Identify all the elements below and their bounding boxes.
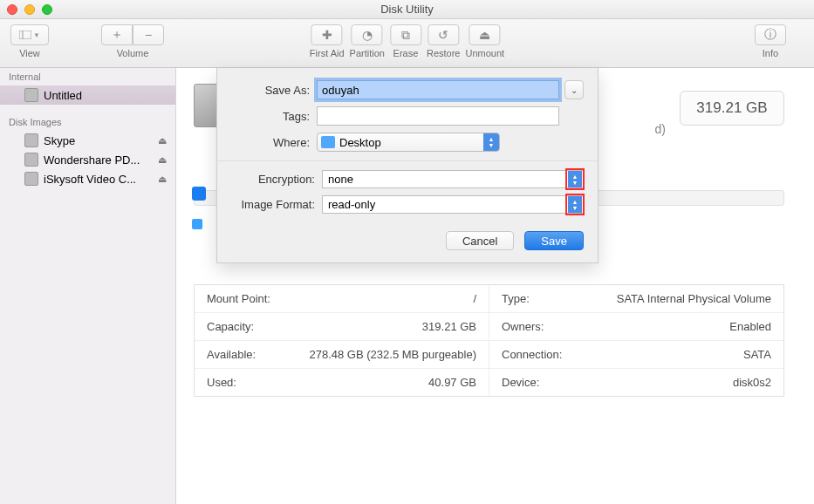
folder-icon [321,136,335,148]
info-row: Device:disk0s2 [489,369,783,396]
sidebar-item-label: Untitled [44,89,82,102]
eject-icon[interactable]: ⏏ [158,174,167,185]
saveas-label: Save As: [231,84,310,97]
legend-swatch-2 [192,219,202,229]
saveas-input[interactable] [317,80,559,99]
updown-icon: ▲▼ [483,133,499,151]
view-label: View [19,48,40,58]
sidebar-item-wondershare[interactable]: Wondershare PD... ⏏ [0,150,175,169]
legend-swatch-1 [192,187,206,201]
erase-icon: ⧉ [401,28,410,43]
dmg-icon [24,153,38,167]
erase-button[interactable]: ⧉ [390,24,421,45]
info-row: Owners:Enabled [489,313,783,341]
sidebar-item-label: Skype [44,134,75,147]
info-row: Connection:SATA [489,341,783,369]
encryption-label: Encryption: [231,173,315,186]
capacity-value: 319.21 GB [696,99,767,117]
sidebar-item-untitled[interactable]: Untitled [0,85,175,105]
expand-button[interactable]: ⌄ [564,80,584,99]
where-select[interactable]: Desktop ▲▼ [317,133,500,152]
sidebar-item-iskysoft[interactable]: iSkysoft Video C... ⏏ [0,169,175,188]
save-button[interactable]: Save [524,231,584,250]
where-value: Desktop [339,136,381,149]
sidebar-item-label: iSkysoft Video C... [44,173,136,186]
view-button[interactable]: ▼ [10,24,49,45]
info-button[interactable]: ⓘ [755,24,786,45]
sidebar: Internal Untitled Disk Images Skype ⏏ Wo… [0,68,176,504]
dmg-icon [24,133,38,147]
info-label: Info [763,48,778,58]
info-row: Available:278.48 GB (232.5 MB purgeable) [195,341,489,369]
firstaid-label: First Aid [310,48,345,58]
minus-icon: − [145,28,152,42]
dmg-icon [24,172,38,186]
eject-icon[interactable]: ⏏ [158,135,167,146]
tags-label: Tags: [231,110,310,123]
capacity-pill: 319.21 GB [680,91,784,126]
format-select[interactable]: read-only ▲▼ [322,195,584,214]
subtitle-fragment: d) [655,122,666,136]
encryption-select[interactable]: none ▲▼ [322,170,584,188]
info-row: Type:SATA Internal Physical Volume [489,285,783,313]
partition-label: Partition [350,48,385,58]
titlebar: Disk Utility [0,0,814,19]
info-row: Mount Point:/ [195,285,489,313]
sidebar-header-diskimages: Disk Images [0,113,175,131]
tags-input[interactable] [317,106,559,126]
unmount-button[interactable]: ⏏ [469,24,501,45]
toolbar: ▼ View ＋ − Volume ✚ First Aid ◔ Partitio… [0,19,814,68]
eject-icon: ⏏ [479,28,490,42]
chevron-down-icon: ▼ [33,31,40,39]
stethoscope-icon: ✚ [322,28,332,42]
updown-icon: ▲▼ [568,196,582,213]
volume-label: Volume [117,48,149,58]
volume-add-button[interactable]: ＋ [101,24,133,45]
chevron-down-icon: ⌄ [571,85,578,95]
svg-rect-0 [19,31,31,39]
info-icon: ⓘ [764,27,776,43]
eject-icon[interactable]: ⏏ [158,154,167,166]
info-row: Used:40.97 GB [195,369,489,396]
unmount-label: Unmount [465,48,504,58]
cancel-button[interactable]: Cancel [446,231,514,250]
format-label: Image Format: [231,198,315,211]
sidebar-icon [19,31,31,39]
where-label: Where: [231,136,310,149]
restore-button[interactable]: ↺ [428,24,459,45]
info-table: Mount Point:/ Capacity:319.21 GB Availab… [194,284,784,397]
erase-label: Erase [393,48,419,58]
encryption-value: none [328,173,353,186]
restore-label: Restore [427,48,461,58]
sidebar-item-skype[interactable]: Skype ⏏ [0,131,175,150]
plus-icon: ＋ [111,27,123,43]
partition-button[interactable]: ◔ [352,24,383,45]
firstaid-button[interactable]: ✚ [311,24,343,45]
sidebar-header-internal: Internal [0,68,175,85]
restore-icon: ↺ [438,28,448,42]
save-sheet: Save As: ⌄ Tags: Where: Desktop ▲▼ Encry… [216,68,599,263]
window-title: Disk Utility [0,3,814,16]
format-value: read-only [328,198,375,211]
updown-icon: ▲▼ [568,171,582,187]
pie-icon: ◔ [362,28,373,42]
volume-remove-button[interactable]: − [133,24,164,45]
info-row: Capacity:319.21 GB [195,313,489,341]
disk-icon [24,88,38,102]
sidebar-item-label: Wondershare PD... [44,153,140,167]
